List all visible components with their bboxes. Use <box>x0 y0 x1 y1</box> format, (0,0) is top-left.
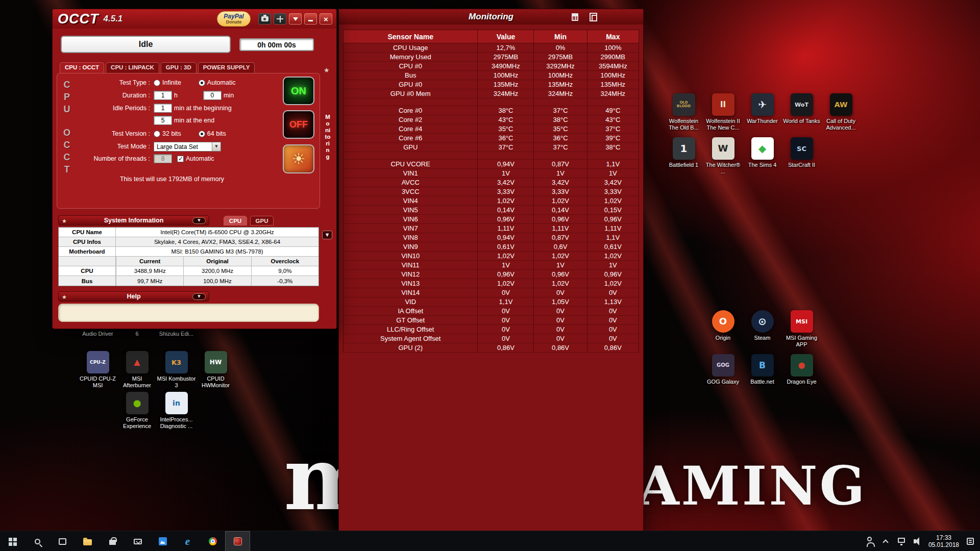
infinite-radio[interactable] <box>154 80 160 86</box>
paypal-donate-button[interactable]: PayPal Donate <box>217 11 251 27</box>
desktop-icon-intelproces-diagnostic[interactable]: inIntelProces... Diagnostic ... <box>157 392 196 430</box>
sensor-name: CPU Usage <box>344 43 478 53</box>
sensor-value: 0,94V <box>478 233 534 242</box>
file-explorer-button[interactable] <box>75 531 100 551</box>
clock[interactable]: 17:33 05.01.2018 <box>928 534 959 548</box>
settings-button[interactable] <box>283 144 314 173</box>
motherboard-label: Motherboard <box>59 247 116 256</box>
search-button[interactable] <box>25 531 50 551</box>
monitor-row: GPU (2)0,86V0,86V0,86V <box>344 343 639 353</box>
desktop-icon-cpuid-hwmonitor[interactable]: HWCPUID HWMonitor <box>196 351 235 389</box>
people-button[interactable] <box>865 533 874 549</box>
minimize-to-tray-button[interactable] <box>289 13 302 24</box>
sensor-value: 0,61V <box>587 242 639 252</box>
dragon-eye-icon: ● <box>791 354 813 377</box>
sysinfo-tab-gpu[interactable]: GPU <box>250 216 274 226</box>
idle-begin-input[interactable] <box>154 104 172 113</box>
start-button[interactable] <box>0 531 25 551</box>
occt-titlebar[interactable]: OCCT 4.5.1 PayPal Donate × <box>53 9 336 29</box>
volume-button[interactable] <box>913 533 922 549</box>
desktop-icon-cpuid-cpu-z-msi[interactable]: CPU-ZCPUID CPU-Z MSI <box>78 351 117 389</box>
desktop-icon-battlefield-1[interactable]: 1Battlefield 1 <box>664 137 703 175</box>
desktop-icon-the-sims-4[interactable]: ◆The Sims 4 <box>743 137 782 175</box>
32bits-radio-label: 32 bits <box>162 130 181 137</box>
monitor-row: GT Offset0V0V0V <box>344 316 639 325</box>
sensor-value: 0,87V <box>534 160 587 169</box>
tab-gpu-3d[interactable]: GPU : 3D <box>161 62 197 73</box>
duration-hours-input[interactable] <box>154 91 172 100</box>
desktop-icon-starcraft-ii[interactable]: SCStarCraft II <box>782 137 821 175</box>
desktop-icon-msi-afterburner[interactable]: ▲MSI Afterburner <box>117 351 157 389</box>
icon-glyph: HW <box>210 359 222 365</box>
monitor-row: VIN131,02V1,02V1,02V <box>344 279 639 288</box>
edge-button[interactable]: e <box>175 531 200 551</box>
copy-button[interactable] <box>587 11 599 23</box>
report-icon <box>572 13 578 21</box>
64bits-radio[interactable] <box>199 131 205 137</box>
duration-minutes-input[interactable] <box>203 91 222 100</box>
intelproces-diagnostic-icon: in <box>165 392 188 414</box>
move-window-button[interactable] <box>274 13 286 24</box>
desktop-icon-battle-net[interactable]: BBattle.net <box>743 354 782 385</box>
desktop-icon-geforce-experience[interactable]: ●GeForce Experience <box>117 392 157 430</box>
desktop-icon-call-of-duty-advanced[interactable]: AWCall of Duty Advanced... <box>821 93 861 131</box>
screenshot-button[interactable] <box>258 13 271 24</box>
sysinfo-tab-cpu[interactable]: CPU <box>224 216 247 226</box>
start-test-button[interactable]: ON <box>283 77 314 105</box>
desktop-icon-the-witcher[interactable]: WThe Witcher® ... <box>703 137 743 175</box>
report-button[interactable] <box>569 11 581 23</box>
icon-glyph: OLD BLOOD <box>673 101 695 108</box>
desktop-icon-dragon-eye[interactable]: ●Dragon Eye <box>782 354 821 385</box>
occt-taskbar-button[interactable] <box>225 531 250 551</box>
desktop-icon-msi-gaming-app[interactable]: MSIMSI Gaming APP <box>782 310 821 348</box>
automatic-radio[interactable] <box>199 80 205 86</box>
chrome-button[interactable] <box>200 531 225 551</box>
sensor-name: VIN13 <box>344 279 478 288</box>
threads-auto-checkbox[interactable] <box>177 156 184 162</box>
desktop-icon-msi-kombustor-3[interactable]: K3MSI Kombustor 3 <box>157 351 196 389</box>
idle-end-input[interactable] <box>154 116 172 125</box>
empty-cell <box>587 98 639 106</box>
notification-icon <box>967 538 974 545</box>
select-dropdown-icon[interactable] <box>212 142 220 151</box>
tab-cpu-linpack[interactable]: CPU : LINPACK <box>106 62 159 73</box>
monitor-row: VIN140V0V0V <box>344 288 639 297</box>
sensor-value: 100MHz <box>587 71 639 80</box>
battlefield-1-icon: 1 <box>673 137 695 160</box>
collapse-system-info-button[interactable] <box>192 217 206 224</box>
threads-auto-label: Automatic <box>186 155 214 162</box>
close-button[interactable]: × <box>320 13 332 24</box>
desktop-icon-wolfenstein-the-old-b[interactable]: OLD BLOODWolfenstein The Old B... <box>664 93 703 131</box>
desktop-icon-origin[interactable]: OOrigin <box>703 310 743 348</box>
monitoring-strip-label[interactable]: Monitoring <box>324 114 331 160</box>
threads-input[interactable] <box>154 154 172 163</box>
task-view-button[interactable] <box>50 531 75 551</box>
32bits-radio[interactable] <box>154 131 160 137</box>
store-button[interactable] <box>100 531 125 551</box>
monitoring-titlebar[interactable]: Monitoring <box>339 9 643 24</box>
wallpaper-gaming-text: AMING <box>638 460 867 513</box>
desktop-icon-steam[interactable]: ⊙Steam <box>743 310 782 348</box>
search-icon <box>35 539 40 544</box>
tab-cpu-occt[interactable]: CPU : OCCT <box>60 62 104 73</box>
network-button[interactable] <box>897 533 906 549</box>
test-mode-select[interactable]: Large Data Set <box>154 142 221 152</box>
collapse-help-button[interactable] <box>192 293 206 300</box>
mail-button[interactable] <box>125 531 150 551</box>
sensor-value: 1,11V <box>534 224 587 233</box>
bus-original: 100,0 MHz <box>183 276 251 286</box>
table-row: CPU Infos Skylake, 4 Cores, AVX2, FMA3, … <box>59 237 318 247</box>
desktop-icon-gog-galaxy[interactable]: GOGGOG Galaxy <box>703 354 743 385</box>
show-hidden-icons-button[interactable] <box>881 533 890 549</box>
tab-power-supply[interactable]: POWER SUPPLY <box>198 62 255 73</box>
desktop-icon-warthunder[interactable]: ✈WarThunder <box>743 93 782 131</box>
minimize-button[interactable] <box>304 13 317 24</box>
stop-test-button[interactable]: OFF <box>283 110 314 139</box>
photos-button[interactable] <box>150 531 175 551</box>
battle-net-icon: B <box>751 354 774 377</box>
desktop-icon-wolfenstein-ii-the-new-c[interactable]: IIWolfenstein II The New C... <box>703 93 743 131</box>
action-center-button[interactable] <box>966 533 975 549</box>
strip-scroll-button[interactable] <box>322 231 332 239</box>
desktop-icon-world-of-tanks[interactable]: WoTWorld of Tanks <box>782 93 821 131</box>
star-icon[interactable] <box>324 65 330 74</box>
